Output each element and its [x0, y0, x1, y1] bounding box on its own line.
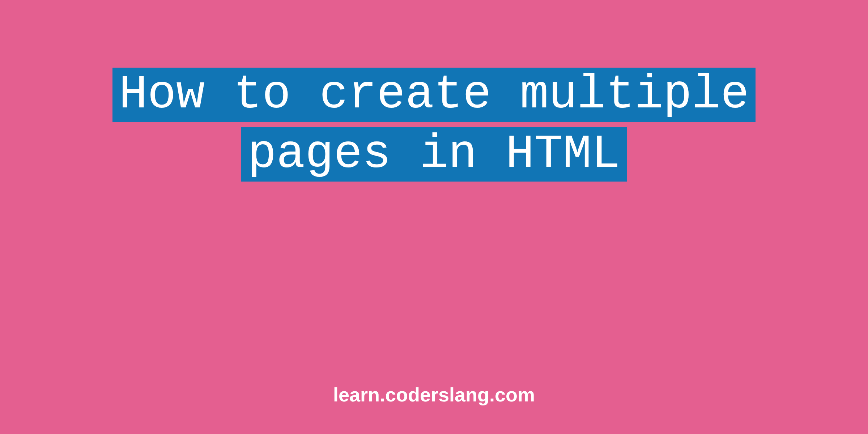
title-line-1: How to create multiple [112, 68, 756, 122]
page-title: How to create multiple pages in HTML [112, 65, 756, 184]
footer-domain: learn.coderslang.com [333, 383, 535, 406]
title-line-2: pages in HTML [241, 127, 627, 182]
